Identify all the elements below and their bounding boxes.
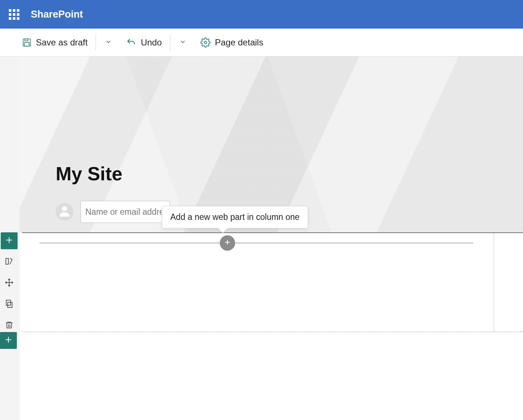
undo-options-dropdown[interactable] (174, 35, 192, 50)
svg-point-3 (204, 41, 207, 44)
section-area (20, 232, 523, 332)
copy-icon (5, 299, 14, 310)
column-two[interactable] (494, 233, 523, 332)
svg-rect-2 (25, 43, 29, 46)
page-details-label: Page details (215, 37, 263, 48)
move-section-button[interactable] (1, 275, 18, 292)
divider (96, 34, 96, 51)
chevron-down-icon (179, 37, 186, 47)
add-webpart-button[interactable] (220, 235, 235, 251)
trash-icon (5, 321, 14, 331)
gear-icon (200, 37, 211, 48)
brand-label[interactable]: SharePoint (31, 9, 83, 20)
avatar (56, 203, 73, 221)
divider (170, 34, 170, 51)
author-input[interactable] (81, 201, 170, 223)
svg-rect-1 (25, 39, 28, 41)
edit-section-button[interactable] (1, 254, 18, 270)
plus-icon (4, 335, 13, 346)
svg-rect-8 (8, 302, 12, 307)
svg-rect-7 (6, 258, 8, 264)
add-section-below-button[interactable] (0, 332, 17, 349)
tooltip-add-webpart: Add a new web part in column one (162, 206, 308, 228)
command-bar: Save as draft Undo Page details (0, 29, 523, 56)
content-area: My Site Add a new web part in column one (0, 56, 523, 420)
move-icon (5, 278, 14, 288)
svg-point-4 (62, 206, 67, 211)
page-details-button[interactable]: Page details (196, 35, 268, 50)
duplicate-section-button[interactable] (1, 296, 18, 313)
save-options-dropdown[interactable] (100, 35, 117, 50)
insert-line (40, 243, 473, 243)
page-title[interactable]: My Site (56, 163, 523, 185)
svg-rect-9 (6, 300, 11, 305)
plus-icon (223, 238, 231, 248)
plus-icon (5, 236, 14, 246)
undo-button[interactable]: Undo (122, 35, 166, 50)
chevron-down-icon (105, 37, 112, 47)
save-as-draft-button[interactable]: Save as draft (18, 35, 92, 50)
tooltip-text: Add a new web part in column one (170, 212, 300, 222)
section-one[interactable] (22, 232, 523, 332)
suite-bar: SharePoint (0, 0, 523, 29)
section-toolbar (0, 232, 18, 334)
undo-label: Undo (141, 37, 162, 48)
person-icon (57, 204, 72, 220)
page-canvas: My Site Add a new web part in column one (20, 56, 523, 420)
undo-icon (126, 37, 136, 48)
add-section-button[interactable] (1, 232, 18, 249)
column-one[interactable] (22, 233, 494, 332)
save-as-draft-label: Save as draft (36, 37, 88, 48)
edit-section-icon (5, 257, 14, 267)
app-launcher-icon[interactable] (7, 7, 21, 22)
save-icon (22, 38, 31, 47)
